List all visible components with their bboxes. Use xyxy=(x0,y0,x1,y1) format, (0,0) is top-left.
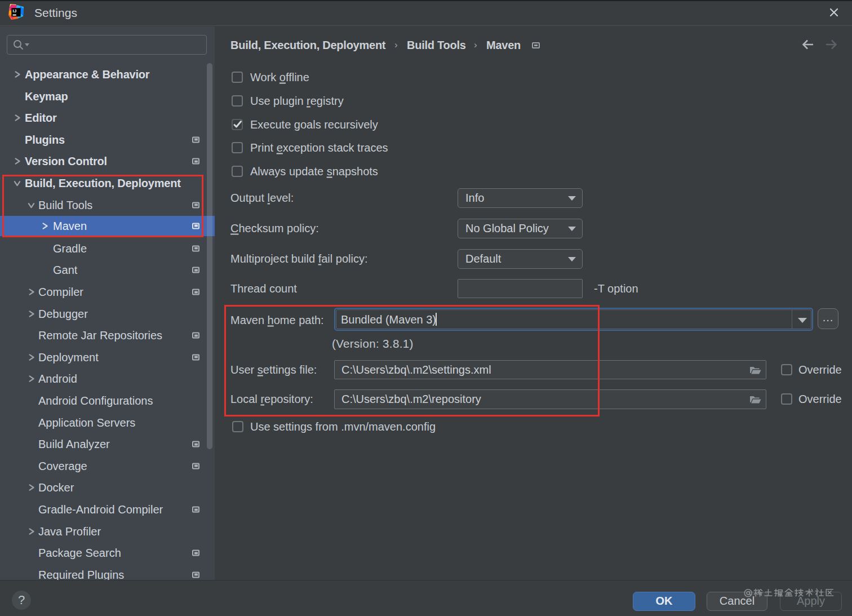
svg-text:IJ: IJ xyxy=(13,8,17,14)
